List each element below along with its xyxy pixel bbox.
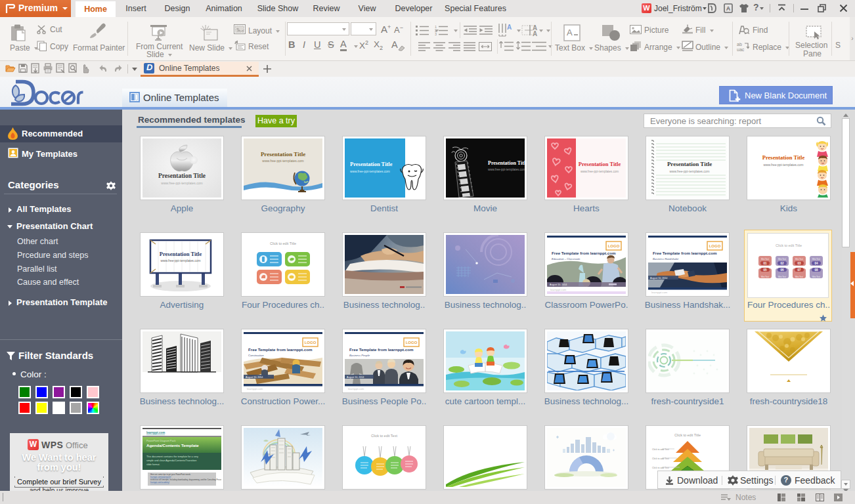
svg-text:www.free-ppt-templates.com: www.free-ppt-templates.com <box>764 163 804 167</box>
svg-text:simple and clean Agenda/Conten: simple and clean Agenda/Contents/Transit… <box>146 459 196 462</box>
svg-text:This document contains the tem: This document contains the template for … <box>146 455 198 458</box>
svg-text:Construction: Construction <box>248 354 264 357</box>
svg-text:Presentation Title: Presentation Title <box>350 161 393 167</box>
svg-text:Presentation Title: Presentation Title <box>158 173 206 179</box>
svg-text:Click to edit Title: Click to edit Title <box>776 243 802 247</box>
svg-text:Free Template from learnppt.co: Free Template from learnppt.com <box>248 347 313 352</box>
svg-text:01: 01 <box>763 262 767 265</box>
svg-text:www.free-ppt-templates.com: www.free-ppt-templates.com <box>488 168 525 171</box>
svg-text:Presentation Title: Presentation Title <box>160 251 202 257</box>
svg-text:08: 08 <box>814 268 818 272</box>
svg-text:04: 04 <box>814 262 818 265</box>
svg-text:03: 03 <box>797 262 801 265</box>
svg-text:PowerPoint Diagram Pack: PowerPoint Diagram Pack <box>146 440 175 442</box>
svg-text:A: A <box>507 24 512 31</box>
svg-text:Click to edit Title: Click to edit Title <box>674 433 701 437</box>
svg-text:Free Template from learnppt.co: Free Template from learnppt.com <box>653 251 717 255</box>
svg-text:www.free-ppt-templates.com: www.free-ppt-templates.com <box>161 181 202 185</box>
svg-text:www.free-ppt-templates.com: www.free-ppt-templates.com <box>670 170 710 173</box>
svg-text:learnppt.com: learnppt.com <box>550 288 567 291</box>
svg-text:Free Template from learnppt.co: Free Template from learnppt.com <box>552 251 616 255</box>
svg-text:LOGO: LOGO <box>608 244 620 248</box>
svg-text:learnppt.com: learnppt.com <box>651 291 668 294</box>
svg-text:Mini Text: Mini Text <box>778 276 786 278</box>
svg-text:Agenda/Contents Template: Agenda/Contents Template <box>146 443 199 448</box>
svg-text:Mini Text: Mini Text <box>778 258 786 261</box>
svg-text:Click to add Text: Click to add Text <box>652 467 669 469</box>
svg-text:Business People: Business People <box>349 354 370 357</box>
svg-text:August 10, 2014: August 10, 2014 <box>246 376 263 379</box>
svg-text:Presentation Title: Presentation Title <box>261 151 305 158</box>
svg-text:www.free-ppt-templates.com: www.free-ppt-templates.com <box>161 259 201 262</box>
svg-text:LOGO: LOGO <box>305 341 317 345</box>
svg-text:uac: uac <box>737 47 745 51</box>
svg-text:learnppt.com: learnppt.com <box>146 431 165 434</box>
svg-text:Click to add Text: Click to add Text <box>652 448 669 451</box>
svg-text:learnppt.com: learnppt.com <box>348 387 364 390</box>
svg-text:August 10, 2014: August 10, 2014 <box>347 376 364 379</box>
svg-text:07: 07 <box>797 268 801 272</box>
svg-text:August 10, 2014: August 10, 2014 <box>550 284 567 286</box>
svg-text:Business Handshake: Business Handshake <box>653 257 679 261</box>
svg-text:Click to edit Text: Click to edit Text <box>371 434 397 438</box>
svg-text:A: A <box>533 30 537 37</box>
svg-text:3: 3 <box>435 32 437 35</box>
svg-text:Education – Classroom: Education – Classroom <box>552 257 581 261</box>
svg-text:Presentation Title: Presentation Title <box>579 161 621 167</box>
svg-text:Mini Text: Mini Text <box>795 258 803 261</box>
svg-text:A: A <box>567 28 573 37</box>
svg-text:Mini Text: Mini Text <box>761 276 769 278</box>
svg-text:Presentation Title: Presentation Title <box>667 161 712 167</box>
svg-text:02: 02 <box>780 262 784 265</box>
svg-text:Click to edit Title: Click to edit Title <box>270 242 296 245</box>
svg-text:05: 05 <box>763 268 767 272</box>
svg-text:LOGO: LOGO <box>406 341 418 345</box>
svg-text:A: A <box>726 5 731 12</box>
svg-text:www.free-ppt-templates.com: www.free-ppt-templates.com <box>581 170 619 173</box>
svg-text:06: 06 <box>780 268 784 272</box>
svg-text:August 10, 2014: August 10, 2014 <box>650 277 667 280</box>
svg-text:Mini Text: Mini Text <box>812 276 820 278</box>
svg-text:LOGO: LOGO <box>709 244 721 248</box>
svg-text:learnppt.com/academy/: learnppt.com/academy/ <box>150 481 169 484</box>
svg-text:Presentation Title: Presentation Title <box>762 154 805 161</box>
svg-text:Mini Text: Mini Text <box>761 258 769 261</box>
svg-text:Mini Text: Mini Text <box>795 276 803 278</box>
svg-text:Presentation Title: Presentation Title <box>488 160 525 166</box>
svg-text:Mini Text: Mini Text <box>812 258 820 261</box>
svg-text:Click to add Text: Click to add Text <box>652 457 669 460</box>
svg-text:www.free-ppt-templates.com: www.free-ppt-templates.com <box>262 159 303 163</box>
svg-text:slide format.: slide format. <box>146 463 160 466</box>
svg-text:ab: ab <box>737 42 742 47</box>
svg-text:learnppt.com: learnppt.com <box>247 387 263 390</box>
svg-text:Free Template from learnppt.co: Free Template from learnppt.com <box>349 347 414 352</box>
svg-text:www.free-ppt-templates.com: www.free-ppt-templates.com <box>350 170 390 173</box>
